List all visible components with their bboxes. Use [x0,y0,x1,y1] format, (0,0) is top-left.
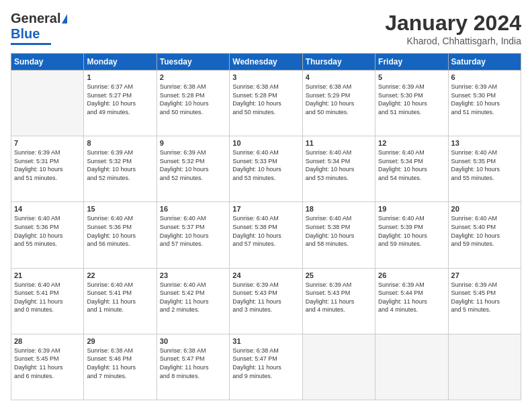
weekday-header-thursday: Thursday [302,54,375,71]
day-info: Sunrise: 6:37 AM Sunset: 5:27 PM Dayligh… [87,83,153,116]
calendar-cell: 13Sunrise: 6:40 AM Sunset: 5:35 PM Dayli… [448,136,521,202]
day-number: 26 [378,271,445,279]
calendar-cell [448,334,521,400]
title-area: January 2024 Kharod, Chhattisgarh, India [385,11,521,46]
calendar-cell: 18Sunrise: 6:40 AM Sunset: 5:38 PM Dayli… [302,202,375,268]
day-info: Sunrise: 6:39 AM Sunset: 5:44 PM Dayligh… [378,281,445,314]
calendar-cell: 6Sunrise: 6:39 AM Sunset: 5:30 PM Daylig… [448,71,521,136]
day-number: 22 [87,271,153,279]
day-info: Sunrise: 6:40 AM Sunset: 5:37 PM Dayligh… [160,214,226,248]
calendar-cell: 4Sunrise: 6:38 AM Sunset: 5:29 PM Daylig… [302,71,375,136]
header: General Blue January 2024 Kharod, Chhatt… [11,11,521,46]
week-row-2: 7Sunrise: 6:39 AM Sunset: 5:31 PM Daylig… [11,136,521,202]
weekday-header-tuesday: Tuesday [157,54,229,71]
day-number: 29 [87,337,153,345]
day-info: Sunrise: 6:40 AM Sunset: 5:38 PM Dayligh… [232,214,299,248]
day-number: 7 [14,139,81,147]
day-number: 9 [160,139,226,147]
day-number: 8 [87,139,153,147]
calendar-cell: 29Sunrise: 6:38 AM Sunset: 5:46 PM Dayli… [84,334,157,400]
calendar-cell: 12Sunrise: 6:40 AM Sunset: 5:34 PM Dayli… [375,136,448,202]
calendar-cell: 1Sunrise: 6:37 AM Sunset: 5:27 PM Daylig… [84,71,157,136]
day-number: 2 [160,73,226,81]
day-number: 13 [451,139,518,147]
day-info: Sunrise: 6:40 AM Sunset: 5:41 PM Dayligh… [87,281,153,314]
week-row-1: 1Sunrise: 6:37 AM Sunset: 5:27 PM Daylig… [11,71,521,136]
weekday-header-monday: Monday [84,54,157,71]
logo-triangle-icon [62,14,67,24]
weekday-header-saturday: Saturday [448,54,521,71]
day-info: Sunrise: 6:39 AM Sunset: 5:32 PM Dayligh… [160,148,226,182]
day-info: Sunrise: 6:38 AM Sunset: 5:28 PM Dayligh… [160,83,226,116]
day-number: 11 [306,139,372,147]
day-info: Sunrise: 6:40 AM Sunset: 5:33 PM Dayligh… [232,148,299,182]
day-number: 23 [160,271,226,279]
weekday-header-friday: Friday [375,54,448,71]
day-number: 19 [378,205,445,213]
day-number: 10 [232,139,299,147]
day-info: Sunrise: 6:38 AM Sunset: 5:28 PM Dayligh… [232,83,299,116]
day-info: Sunrise: 6:39 AM Sunset: 5:45 PM Dayligh… [14,347,81,380]
day-number: 28 [14,337,81,345]
calendar-cell: 30Sunrise: 6:38 AM Sunset: 5:47 PM Dayli… [157,334,229,400]
calendar-cell: 15Sunrise: 6:40 AM Sunset: 5:36 PM Dayli… [84,202,157,268]
day-info: Sunrise: 6:40 AM Sunset: 5:36 PM Dayligh… [14,214,81,248]
day-info: Sunrise: 6:40 AM Sunset: 5:38 PM Dayligh… [306,214,372,248]
calendar-cell: 31Sunrise: 6:38 AM Sunset: 5:47 PM Dayli… [230,334,302,400]
day-info: Sunrise: 6:38 AM Sunset: 5:47 PM Dayligh… [232,347,299,380]
day-number: 31 [232,337,299,345]
logo-line [11,43,51,45]
calendar-cell: 16Sunrise: 6:40 AM Sunset: 5:37 PM Dayli… [157,202,229,268]
calendar-cell [11,71,84,136]
calendar-cell: 14Sunrise: 6:40 AM Sunset: 5:36 PM Dayli… [11,202,84,268]
weekday-header-row: SundayMondayTuesdayWednesdayThursdayFrid… [11,54,521,71]
day-info: Sunrise: 6:39 AM Sunset: 5:31 PM Dayligh… [14,148,81,182]
calendar-cell: 25Sunrise: 6:39 AM Sunset: 5:43 PM Dayli… [302,268,375,334]
calendar-cell: 7Sunrise: 6:39 AM Sunset: 5:31 PM Daylig… [11,136,84,202]
day-info: Sunrise: 6:39 AM Sunset: 5:30 PM Dayligh… [378,83,445,116]
calendar-cell: 11Sunrise: 6:40 AM Sunset: 5:34 PM Dayli… [302,136,375,202]
day-info: Sunrise: 6:39 AM Sunset: 5:45 PM Dayligh… [451,281,518,314]
day-info: Sunrise: 6:39 AM Sunset: 5:43 PM Dayligh… [306,281,372,314]
calendar-cell: 2Sunrise: 6:38 AM Sunset: 5:28 PM Daylig… [157,71,229,136]
day-info: Sunrise: 6:39 AM Sunset: 5:43 PM Dayligh… [232,281,299,314]
day-number: 6 [451,73,518,81]
day-info: Sunrise: 6:40 AM Sunset: 5:36 PM Dayligh… [87,214,153,248]
day-number: 14 [14,205,81,213]
logo-general: General [11,11,60,26]
day-number: 17 [232,205,299,213]
day-number: 5 [378,73,445,81]
day-number: 18 [306,205,372,213]
calendar-cell: 27Sunrise: 6:39 AM Sunset: 5:45 PM Dayli… [448,268,521,334]
calendar-cell: 8Sunrise: 6:39 AM Sunset: 5:32 PM Daylig… [84,136,157,202]
calendar-cell: 22Sunrise: 6:40 AM Sunset: 5:41 PM Dayli… [84,268,157,334]
calendar-cell: 3Sunrise: 6:38 AM Sunset: 5:28 PM Daylig… [230,71,302,136]
weekday-header-sunday: Sunday [11,54,84,71]
logo: General Blue [11,11,67,45]
location: Kharod, Chhattisgarh, India [385,36,521,46]
day-info: Sunrise: 6:39 AM Sunset: 5:32 PM Dayligh… [87,148,153,182]
day-info: Sunrise: 6:39 AM Sunset: 5:30 PM Dayligh… [451,83,518,116]
logo-blue: Blue [11,26,40,42]
day-info: Sunrise: 6:38 AM Sunset: 5:29 PM Dayligh… [306,83,372,116]
day-number: 16 [160,205,226,213]
calendar-cell: 28Sunrise: 6:39 AM Sunset: 5:45 PM Dayli… [11,334,84,400]
page: General Blue January 2024 Kharod, Chhatt… [0,0,532,411]
day-info: Sunrise: 6:40 AM Sunset: 5:41 PM Dayligh… [14,281,81,314]
day-number: 30 [160,337,226,345]
day-number: 12 [378,139,445,147]
day-number: 24 [232,271,299,279]
day-info: Sunrise: 6:40 AM Sunset: 5:34 PM Dayligh… [306,148,372,182]
calendar-cell: 23Sunrise: 6:40 AM Sunset: 5:42 PM Dayli… [157,268,229,334]
calendar-cell: 10Sunrise: 6:40 AM Sunset: 5:33 PM Dayli… [230,136,302,202]
day-number: 1 [87,73,153,81]
calendar-cell: 17Sunrise: 6:40 AM Sunset: 5:38 PM Dayli… [230,202,302,268]
calendar-cell: 9Sunrise: 6:39 AM Sunset: 5:32 PM Daylig… [157,136,229,202]
calendar-cell [302,334,375,400]
day-number: 27 [451,271,518,279]
day-number: 25 [306,271,372,279]
day-number: 20 [451,205,518,213]
calendar-cell: 24Sunrise: 6:39 AM Sunset: 5:43 PM Dayli… [230,268,302,334]
day-info: Sunrise: 6:40 AM Sunset: 5:39 PM Dayligh… [378,214,445,248]
day-number: 21 [14,271,81,279]
